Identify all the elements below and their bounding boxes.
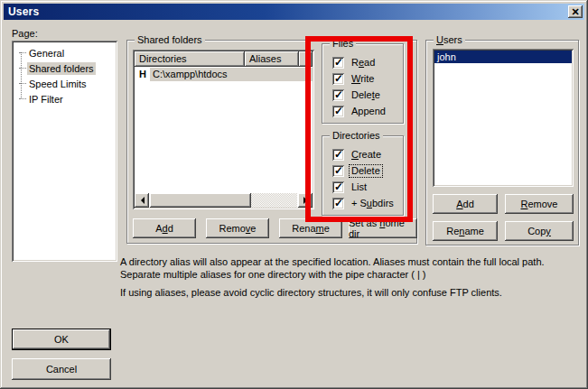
rename-user-button-label: Rename bbox=[446, 226, 484, 236]
close-button[interactable]: ✕ bbox=[568, 5, 583, 18]
cancel-button-label: Cancel bbox=[46, 364, 77, 375]
copy-user-button-label: Copy bbox=[527, 226, 551, 236]
tree-item-general[interactable]: General bbox=[12, 45, 117, 60]
users-group: Users john Add Remove Rename Copy bbox=[425, 40, 579, 245]
remove-user-button[interactable]: Remove bbox=[505, 194, 574, 214]
alias-help-text: A directory alias will also appear at th… bbox=[120, 255, 585, 281]
column-header-directories[interactable]: Directories bbox=[135, 51, 245, 67]
tree-item-speed-limits[interactable]: Speed Limits bbox=[12, 76, 117, 91]
ok-button-label: OK bbox=[54, 334, 69, 345]
home-directory-marker: H bbox=[139, 69, 146, 79]
red-highlight-annotation bbox=[305, 36, 413, 222]
tree-dash-icon bbox=[19, 68, 26, 69]
shared-folders-group-label: Shared folders bbox=[135, 34, 205, 46]
scroll-left-button[interactable] bbox=[135, 193, 149, 208]
add-directory-button-label: Add bbox=[155, 223, 173, 234]
tree-item-label: General bbox=[27, 47, 66, 60]
column-header-aliases[interactable]: Aliases bbox=[245, 51, 299, 67]
tree-item-label: Shared folders bbox=[27, 62, 96, 75]
tree-dash-icon bbox=[19, 52, 26, 53]
copy-user-button[interactable]: Copy bbox=[505, 221, 574, 241]
tree-dash-icon bbox=[19, 98, 26, 99]
dialog-title: Users bbox=[8, 5, 39, 18]
rename-directory-button-label: Rename bbox=[292, 223, 330, 234]
remove-directory-button-label: Remove bbox=[219, 223, 257, 234]
tree-item-label: Speed Limits bbox=[27, 78, 89, 90]
add-user-button[interactable]: Add bbox=[433, 194, 498, 214]
remove-user-button-label: Remove bbox=[521, 199, 558, 209]
title-bar: Users ✕ bbox=[4, 4, 584, 20]
cancel-button[interactable]: Cancel bbox=[12, 358, 111, 380]
tree-item-label: IP Filter bbox=[27, 93, 65, 106]
cyclic-warning-text: If using aliases, please avoid cyclic di… bbox=[120, 286, 585, 299]
directory-path: C:\xampp\htdocs bbox=[150, 68, 313, 81]
directories-listview[interactable]: Directories Aliases H C:\xampp\htdocs bbox=[133, 50, 314, 209]
close-icon: ✕ bbox=[571, 7, 579, 17]
horizontal-scrollbar[interactable] bbox=[135, 193, 313, 208]
scrollbar-thumb[interactable] bbox=[150, 193, 251, 208]
ok-button[interactable]: OK bbox=[12, 329, 111, 350]
remove-directory-button[interactable]: Remove bbox=[206, 218, 269, 238]
page-label: Page: bbox=[12, 28, 38, 39]
directory-row[interactable]: H C:\xampp\htdocs bbox=[135, 68, 313, 81]
tree-item-ip-filter[interactable]: IP Filter bbox=[12, 91, 117, 107]
add-directory-button[interactable]: Add bbox=[133, 218, 196, 238]
add-user-button-label: Add bbox=[456, 199, 474, 209]
users-group-label: Users bbox=[434, 34, 465, 46]
scroll-left-icon bbox=[137, 197, 145, 204]
page-tree: General Shared folders Speed Limits IP F… bbox=[12, 41, 117, 262]
scrollbar-track[interactable] bbox=[251, 193, 297, 208]
listview-header: Directories Aliases bbox=[135, 51, 313, 67]
users-listbox[interactable]: john bbox=[433, 49, 574, 187]
users-dialog: Users ✕ Page: General Shared folders Spe… bbox=[0, 0, 588, 389]
rename-user-button[interactable]: Rename bbox=[433, 221, 498, 241]
tree-dash-icon bbox=[19, 83, 26, 84]
tree-item-shared-folders[interactable]: Shared folders bbox=[12, 60, 117, 76]
user-list-item[interactable]: john bbox=[434, 51, 572, 63]
